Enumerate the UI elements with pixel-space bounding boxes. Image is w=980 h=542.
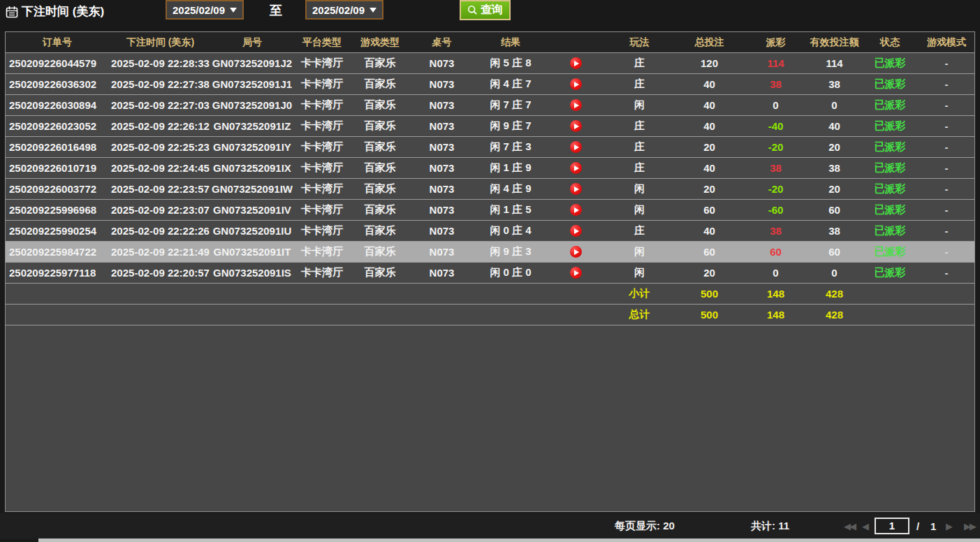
play-icon[interactable]	[570, 162, 582, 174]
table-row[interactable]: 250209225984722 2025-02-09 22:21:49 GN07…	[6, 242, 974, 263]
cell-result: 闲 9 庄 7	[475, 119, 546, 133]
bet-time-label: 下注时间 (美东)	[22, 3, 104, 20]
last-page-icon[interactable]: ▶▶	[964, 521, 975, 532]
cell-game-type: 百家乐	[351, 78, 409, 91]
cell-play-type: 闲	[606, 203, 673, 217]
table-row[interactable]: 250209226023052 2025-02-09 22:26:12 GN07…	[6, 116, 974, 137]
cell-table-no: N073	[409, 183, 475, 195]
cell-valid-bet: 38	[806, 162, 863, 174]
cell-table-no: N073	[409, 120, 475, 132]
chevron-down-icon	[230, 8, 237, 13]
per-page-label: 每页显示: 20	[615, 520, 675, 533]
play-icon[interactable]	[570, 78, 582, 90]
play-icon[interactable]	[570, 99, 582, 111]
play-icon[interactable]	[570, 267, 582, 279]
cell-round-no: GN073252091IZ	[212, 120, 293, 132]
total-row: 总计 500 148 428	[6, 305, 974, 325]
table-row[interactable]: 250209226016498 2025-02-09 22:25:23 GN07…	[6, 137, 974, 158]
table-row[interactable]: 250209225990254 2025-02-09 22:22:26 GN07…	[6, 221, 974, 242]
cell-bet-time: 2025-02-09 22:21:49	[109, 246, 212, 258]
cell-total-bet: 20	[673, 267, 745, 279]
cell-round-no: GN073252091IW	[212, 183, 293, 195]
table-header-row: 订单号 下注时间 (美东) 局号 平台类型 游戏类型 桌号 结果 玩法 总投注 …	[6, 32, 974, 53]
cell-payout: 38	[745, 78, 806, 90]
cell-table-no: N073	[409, 57, 475, 69]
cell-game-mode: -	[917, 204, 975, 216]
prev-page-icon[interactable]: ◀	[862, 521, 868, 532]
table-row[interactable]: 250209225977118 2025-02-09 22:20:57 GN07…	[6, 263, 974, 284]
page-separator: /	[916, 520, 919, 532]
cell-status: 已派彩	[863, 245, 917, 258]
cell-platform: 卡卡湾厅	[293, 266, 351, 279]
cell-round-no: GN073252091IX	[212, 162, 293, 174]
play-icon[interactable]	[570, 141, 582, 153]
cell-result: 闲 4 庄 7	[475, 78, 546, 91]
calendar-icon	[6, 6, 18, 18]
play-icon[interactable]	[570, 120, 582, 132]
table-row[interactable]: 250209225996968 2025-02-09 22:23:07 GN07…	[6, 200, 974, 221]
cell-game-mode: -	[917, 183, 975, 195]
cell-status: 已派彩	[863, 98, 917, 112]
cell-order-no: 250209225990254	[6, 225, 109, 237]
cell-platform: 卡卡湾厅	[293, 140, 351, 154]
cell-valid-bet: 38	[806, 78, 863, 90]
cell-valid-bet: 40	[806, 120, 863, 132]
cell-replay	[546, 57, 606, 69]
first-page-icon[interactable]: ◀◀	[844, 521, 855, 532]
table-row[interactable]: 250209226044579 2025-02-09 22:28:33 GN07…	[6, 53, 974, 74]
subtotal-payout: 148	[745, 288, 806, 300]
table-row[interactable]: 250209226003772 2025-02-09 22:23:57 GN07…	[6, 179, 974, 200]
cell-replay	[546, 162, 606, 174]
cell-round-no: GN073252091IT	[212, 246, 293, 258]
date-from-dropdown[interactable]: 2025/02/09	[166, 0, 244, 20]
date-to-dropdown[interactable]: 2025/02/09	[305, 0, 383, 20]
table-row[interactable]: 250209226030894 2025-02-09 22:27:03 GN07…	[6, 95, 974, 116]
table-row[interactable]: 250209226010719 2025-02-09 22:24:45 GN07…	[6, 158, 974, 179]
cell-order-no: 250209226044579	[6, 57, 109, 69]
cell-play-type: 闲	[606, 182, 673, 196]
cell-bet-time: 2025-02-09 22:20:57	[109, 267, 212, 279]
cell-status: 已派彩	[863, 203, 917, 217]
cell-bet-time: 2025-02-09 22:26:12	[109, 120, 212, 132]
cell-table-no: N073	[409, 78, 475, 90]
cell-status: 已派彩	[863, 266, 917, 279]
search-icon	[467, 5, 478, 15]
cell-replay	[546, 225, 606, 237]
header-status: 状态	[863, 36, 917, 49]
cell-valid-bet: 60	[806, 246, 863, 258]
cell-play-type: 庄	[606, 78, 673, 91]
cell-order-no: 250209226010719	[6, 162, 109, 174]
query-button-label: 查询	[481, 3, 503, 17]
cell-result: 闲 7 庄 7	[475, 98, 546, 112]
cell-replay	[546, 204, 606, 216]
total-pages-label: 1	[930, 520, 936, 532]
play-icon[interactable]	[570, 183, 582, 195]
to-label: 至	[270, 2, 282, 19]
cell-result: 闲 1 庄 9	[475, 161, 546, 175]
date-from-value: 2025/02/09	[173, 4, 225, 16]
header-game-type: 游戏类型	[351, 36, 409, 49]
cell-play-type: 闲	[606, 245, 673, 258]
play-icon[interactable]	[570, 246, 582, 258]
cell-table-no: N073	[409, 225, 475, 237]
cell-order-no: 250209225996968	[6, 204, 109, 216]
cell-bet-time: 2025-02-09 22:25:23	[109, 141, 212, 153]
cell-round-no: GN073252091IV	[212, 204, 293, 216]
next-page-icon[interactable]: ▶	[946, 521, 951, 532]
table-row[interactable]: 250209226036302 2025-02-09 22:27:38 GN07…	[6, 74, 974, 95]
cell-valid-bet: 20	[806, 141, 863, 153]
query-button[interactable]: 查询	[460, 0, 511, 20]
cell-total-bet: 40	[673, 120, 745, 132]
play-icon[interactable]	[570, 57, 582, 69]
cell-result: 闲 0 庄 0	[475, 266, 546, 279]
play-icon[interactable]	[570, 225, 582, 237]
cell-result: 闲 1 庄 5	[475, 203, 546, 217]
cell-play-type: 庄	[606, 161, 673, 175]
cell-total-bet: 40	[673, 99, 745, 111]
header-table-no: 桌号	[409, 36, 475, 49]
cell-result: 闲 7 庄 3	[475, 140, 546, 154]
bet-time-label-group: 下注时间 (美东)	[6, 3, 104, 20]
play-icon[interactable]	[570, 204, 582, 216]
cell-replay	[546, 78, 606, 90]
page-number-input[interactable]: 1	[875, 518, 909, 534]
